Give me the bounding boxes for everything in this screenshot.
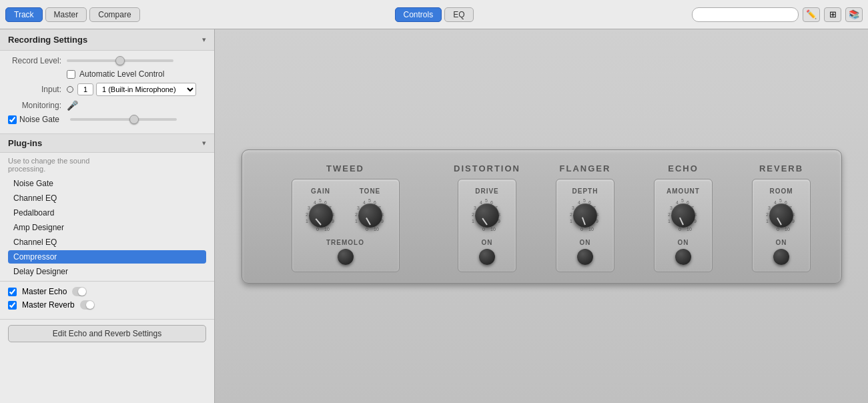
plugin-amp-designer[interactable]: Amp Designer (8, 221, 206, 234)
plugins-header[interactable]: Plug-ins ▾ (0, 134, 214, 153)
drive-indicator (482, 218, 488, 225)
plugin-noise-gate[interactable]: Noise Gate (8, 177, 206, 190)
input-device-select[interactable]: 1 (Built-in Microphone) (96, 83, 196, 96)
distortion-section: DISTORTION DRIVE 12 34 56 78 (444, 163, 531, 272)
master-reverb-toggle[interactable] (80, 300, 95, 310)
echo-toggle-knob[interactable] (675, 249, 691, 265)
master-echo-checkbox[interactable] (8, 288, 17, 296)
library-icon[interactable]: 📚 (845, 7, 863, 22)
room-label: ROOM (769, 187, 793, 195)
svg-text:10: 10 (324, 227, 330, 232)
noise-gate-checkbox[interactable] (8, 115, 17, 124)
depth-knob-body (573, 204, 597, 228)
svg-text:10: 10 (490, 227, 496, 232)
master-reverb-checkbox[interactable] (8, 301, 17, 310)
plugins-title: Plug-ins (8, 138, 42, 148)
amount-knob[interactable]: 12 34 56 78 90 10 (665, 197, 701, 234)
svg-text:2: 2 (668, 212, 671, 217)
auto-level-checkbox[interactable] (67, 70, 75, 79)
room-knob[interactable]: 12 34 56 78 90 10 (763, 197, 799, 234)
svg-text:5: 5 (368, 198, 371, 203)
svg-text:10: 10 (687, 227, 692, 232)
monitoring-row: Monitoring: 🎤 (8, 100, 206, 111)
tab-eq[interactable]: EQ (444, 7, 473, 22)
distortion-box: DRIVE 12 34 56 78 90 10 (458, 179, 516, 272)
tweed-knob-row: GAIN 12 34 56 78 90 10 (303, 187, 388, 234)
svg-text:1: 1 (766, 219, 769, 224)
recording-settings-header[interactable]: Recording Settings ▾ (0, 29, 214, 51)
svg-text:1: 1 (668, 219, 671, 224)
svg-text:5: 5 (681, 198, 684, 203)
distortion-on-label: ON (482, 239, 493, 246)
pencil-icon[interactable]: ✏️ (803, 7, 820, 22)
svg-text:1: 1 (472, 219, 474, 224)
tone-indicator (366, 218, 371, 225)
plugin-delay-designer[interactable]: Delay Designer (8, 265, 206, 278)
gain-indicator (315, 218, 321, 225)
settings-icon[interactable]: ⊞ (824, 7, 841, 22)
search-input[interactable] (692, 7, 799, 22)
flanger-box: DEPTH 12 34 56 78 90 10 (556, 179, 614, 272)
flanger-section: FLANGER DEPTH 12 34 56 78 (542, 163, 629, 272)
amp-body: TWEED GAIN 12 34 56 (242, 149, 842, 284)
edit-echo-reverb-button[interactable]: Edit Echo and Reverb Settings (8, 325, 206, 342)
svg-text:0: 0 (366, 227, 368, 232)
master-echo-row: Master Echo (8, 287, 206, 296)
depth-label: DEPTH (572, 187, 598, 195)
svg-text:3: 3 (308, 206, 310, 210)
echo-on-label: ON (678, 239, 689, 246)
tab-controls[interactable]: Controls (394, 7, 442, 22)
plugins-list: Noise Gate Channel EQ Pedalboard Amp Des… (8, 177, 206, 278)
tone-knob[interactable]: 12 34 56 78 90 10 (352, 197, 388, 234)
svg-text:0: 0 (777, 227, 779, 232)
gain-knob[interactable]: 12 34 56 78 90 10 (303, 197, 339, 234)
tremolo-toggle-knob[interactable] (338, 249, 354, 265)
svg-text:5: 5 (583, 198, 586, 203)
tremolo-label: TREMOLO (326, 239, 364, 246)
tweed-title: TWEED (326, 163, 364, 173)
plugin-compressor[interactable]: Compressor (8, 250, 206, 264)
room-knob-group: ROOM 12 34 56 78 90 10 (763, 187, 799, 234)
gain-label: GAIN (311, 187, 330, 195)
top-bar: Track Master Compare Controls EQ ✏️ ⊞ 📚 (0, 0, 868, 29)
input-number-field[interactable] (77, 83, 93, 95)
plugin-channel-eq-2[interactable]: Channel EQ (8, 236, 206, 249)
record-level-row: Record Level: (8, 56, 206, 65)
amount-indicator (679, 217, 684, 225)
plugin-channel-eq-1[interactable]: Channel EQ (8, 191, 206, 205)
flanger-toggle-knob[interactable] (577, 249, 593, 265)
room-knob-body (769, 204, 793, 228)
amount-knob-body (671, 204, 695, 228)
svg-text:4: 4 (314, 200, 316, 205)
svg-text:2: 2 (355, 212, 358, 217)
tweed-toggle-row: TREMOLO (326, 239, 364, 265)
echo-section: ECHO AMOUNT 12 34 56 78 (640, 163, 727, 272)
reverb-toggle-knob[interactable] (773, 249, 789, 265)
tone-knob-body (358, 204, 382, 228)
distortion-toggle-knob[interactable] (479, 249, 495, 265)
svg-text:10: 10 (785, 227, 790, 232)
svg-text:0: 0 (316, 227, 319, 232)
amount-label: AMOUNT (667, 187, 700, 195)
depth-indicator (582, 217, 586, 225)
right-controls: ✏️ ⊞ 📚 (692, 7, 863, 22)
amount-knob-group: AMOUNT 12 34 56 78 90 10 (665, 187, 701, 234)
noise-gate-thumb[interactable] (129, 115, 139, 124)
record-level-slider[interactable] (67, 59, 173, 62)
record-level-thumb[interactable] (115, 56, 125, 65)
drive-knob[interactable]: 12 34 56 78 90 10 (469, 197, 505, 234)
depth-knob[interactable]: 12 34 56 78 90 10 (567, 197, 603, 234)
tone-knob-group: TONE 12 34 56 78 90 10 (352, 187, 388, 234)
plugins-description: Use to change the soundprocessing. (8, 157, 206, 173)
master-echo-toggle[interactable] (72, 287, 87, 296)
tab-compare[interactable]: Compare (89, 7, 139, 22)
svg-text:0: 0 (679, 227, 681, 232)
tab-master[interactable]: Master (45, 7, 87, 22)
tab-track[interactable]: Track (5, 7, 43, 22)
center-tab-group: Controls EQ (394, 7, 473, 22)
plugin-pedalboard[interactable]: Pedalboard (8, 206, 206, 220)
noise-gate-slider[interactable] (70, 118, 177, 121)
record-level-label: Record Level: (8, 56, 61, 65)
drive-label: DRIVE (475, 187, 499, 195)
reverb-on-label: ON (776, 239, 787, 246)
